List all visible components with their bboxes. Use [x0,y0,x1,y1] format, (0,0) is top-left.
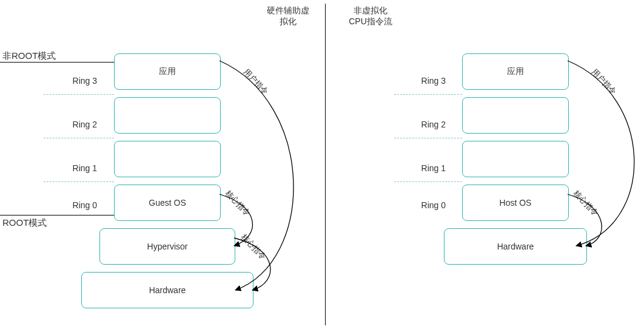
right-box-app-label: 应用 [507,66,524,77]
left-box-ring1 [114,141,221,177]
right-user-arc [568,61,634,246]
left-box-ring2 [114,97,221,134]
right-user-arc-label: 用户指令 [589,67,619,97]
left-ring1-label: Ring 1 [55,163,97,173]
left-kernel2-arc-label: 核心指令 [238,232,268,262]
root-mode-line [0,215,114,215]
right-box-ring2 [462,97,569,134]
left-box-hw: Hardware [81,272,253,308]
right-ring2-label: Ring 2 [403,120,446,129]
left-title: 硬件辅助虚 拟化 [261,5,315,27]
left-box-hyper: Hypervisor [99,228,235,265]
left-kernel1-arc-label: 核心指令 [223,188,252,218]
diagram-canvas: 硬件辅助虚 拟化 非ROOT模式 ROOT模式 Ring 3 Ring 2 Ri… [0,0,644,329]
right-box-ring1 [462,141,569,177]
left-box-hyper-label: Hypervisor [147,242,188,251]
left-box-guest-label: Guest OS [149,198,186,208]
right-divider-1-0 [394,181,462,182]
right-divider-3-2 [394,94,462,95]
right-box-hw: Hardware [444,228,587,265]
left-box-app: 应用 [114,53,221,90]
right-divider-2-1 [394,138,462,138]
left-box-guest: Guest OS [114,185,221,221]
column-separator [325,4,326,325]
left-box-app-label: 应用 [159,66,176,77]
left-divider-2-1 [44,138,114,138]
nonroot-mode-label: 非ROOT模式 [2,50,56,62]
right-box-hw-label: Hardware [497,242,534,251]
nonroot-mode-line [0,62,114,63]
left-user-arc-label: 用户指令 [241,67,270,97]
left-divider-3-2 [44,94,114,95]
right-kernel-arc-label: 核心指令 [571,188,600,218]
left-ring2-label: Ring 2 [55,120,97,129]
right-ring1-label: Ring 1 [403,163,446,173]
right-box-host: Host OS [462,185,569,221]
right-box-app: 应用 [462,53,569,90]
left-ring0-label: Ring 0 [55,200,97,210]
left-ring3-label: Ring 3 [55,76,97,86]
right-title: 非虚拟化 CPU指令流 [337,5,404,27]
right-box-host-label: Host OS [500,198,532,208]
root-mode-label: ROOT模式 [2,217,47,229]
left-box-hw-label: Hardware [149,285,186,295]
left-divider-1-0 [44,181,114,182]
right-ring3-label: Ring 3 [403,76,446,86]
right-ring0-label: Ring 0 [403,200,446,210]
